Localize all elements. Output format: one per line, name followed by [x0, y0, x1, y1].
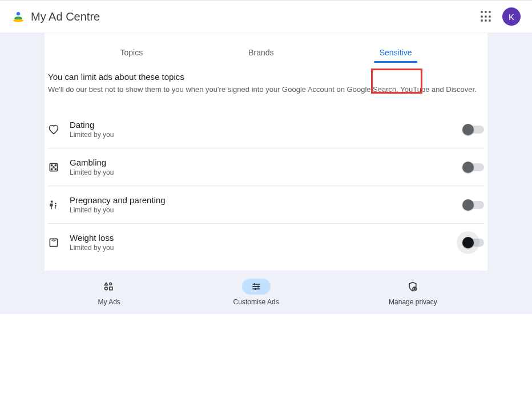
- topic-title: Weight loss: [70, 233, 464, 243]
- topic-text: Weight loss Limited by you: [70, 233, 464, 252]
- topic-status: Limited by you: [70, 131, 464, 139]
- tab-topics[interactable]: Topics: [109, 43, 155, 62]
- topic-status: Limited by you: [70, 168, 464, 176]
- svg-point-10: [55, 203, 57, 204]
- svg-point-4: [51, 164, 53, 166]
- svg-point-24: [414, 288, 416, 289]
- avatar[interactable]: K: [502, 7, 521, 26]
- section-heading: You can limit ads about these topics We'…: [48, 62, 484, 94]
- header-right: K: [479, 7, 521, 26]
- toggle-weightloss[interactable]: [464, 239, 484, 247]
- section-title: You can limit ads about these topics: [48, 72, 484, 82]
- topic-row-weightloss: Weight loss Limited by you: [48, 224, 484, 261]
- topic-row-pregnancy: Pregnancy and parenting Limited by you: [48, 186, 484, 224]
- dice-icon: [48, 162, 59, 173]
- svg-point-8: [55, 168, 56, 170]
- section-subtitle: We'll do our best not to show them to yo…: [48, 85, 484, 94]
- tune-icon: [242, 279, 271, 295]
- nav-manage-privacy[interactable]: Manage privacy: [389, 279, 437, 306]
- shield-icon: [398, 279, 427, 295]
- topic-text: Pregnancy and parenting Limited by you: [70, 195, 464, 214]
- content-card: Topics Brands Sensitive You can limit ad…: [45, 33, 487, 310]
- topic-list: Dating Limited by you: [48, 111, 484, 261]
- topic-title: Pregnancy and parenting: [70, 195, 464, 205]
- topic-text: Gambling Limited by you: [70, 158, 464, 176]
- tabs: Topics Brands Sensitive: [45, 33, 487, 62]
- toggle-pregnancy[interactable]: [464, 201, 484, 209]
- tab-brands[interactable]: Brands: [237, 43, 285, 62]
- shapes-icon: [95, 279, 123, 295]
- svg-point-9: [51, 200, 53, 203]
- topic-text: Dating Limited by you: [70, 120, 464, 139]
- apps-icon[interactable]: [479, 10, 493, 23]
- page-background: Topics Brands Sensitive You can limit ad…: [0, 33, 532, 410]
- toggle-gambling[interactable]: [464, 163, 484, 171]
- nav-my-ads[interactable]: My Ads: [95, 279, 123, 306]
- tab-sensitive[interactable]: Sensitive: [368, 43, 424, 62]
- svg-point-15: [105, 287, 108, 290]
- app-header: My Ad Centre K: [0, 0, 532, 33]
- svg-point-7: [51, 168, 53, 170]
- google-logo-icon: [11, 10, 25, 23]
- topic-status: Limited by you: [70, 206, 464, 214]
- topic-status: Limited by you: [70, 244, 464, 252]
- nav-label: My Ads: [98, 298, 120, 306]
- svg-point-6: [53, 166, 54, 167]
- family-icon: [48, 199, 59, 211]
- topic-row-gambling: Gambling Limited by you: [48, 148, 484, 186]
- nav-label: Manage privacy: [389, 298, 437, 306]
- toggle-dating[interactable]: [464, 126, 484, 134]
- svg-rect-16: [110, 287, 112, 290]
- header-left: My Ad Centre: [11, 10, 100, 23]
- nav-label: Customise Ads: [233, 298, 279, 306]
- topic-row-dating: Dating Limited by you: [48, 111, 484, 148]
- svg-point-2: [13, 19, 23, 22]
- heart-icon: [48, 124, 59, 135]
- blank-space: [0, 314, 532, 410]
- topic-title: Gambling: [70, 158, 464, 167]
- svg-point-0: [17, 12, 20, 15]
- svg-point-5: [55, 164, 56, 166]
- bottom-nav: My Ads Customise Ads: [0, 271, 532, 314]
- page-title: My Ad Centre: [31, 10, 100, 23]
- scale-icon: [48, 237, 59, 248]
- topic-title: Dating: [70, 120, 464, 130]
- nav-customise-ads[interactable]: Customise Ads: [233, 279, 279, 306]
